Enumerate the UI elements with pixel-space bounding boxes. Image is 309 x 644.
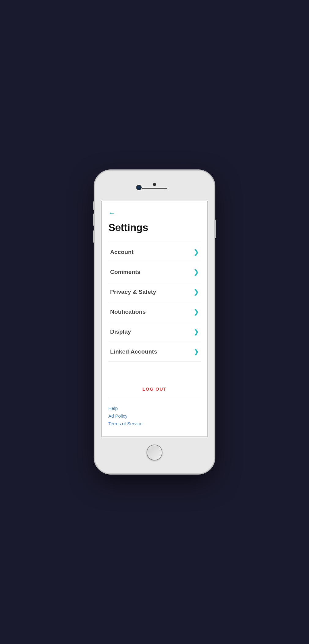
menu-item-display[interactable]: Display❯ bbox=[108, 322, 201, 342]
chevron-icon-account: ❯ bbox=[194, 248, 199, 256]
menu-label-comments: Comments bbox=[110, 269, 140, 275]
mute-button[interactable] bbox=[93, 201, 95, 210]
chevron-icon-comments: ❯ bbox=[194, 268, 199, 276]
volume-up-button[interactable] bbox=[93, 214, 95, 226]
chevron-icon-display: ❯ bbox=[194, 328, 199, 335]
logout-button[interactable]: LOG OUT bbox=[143, 386, 167, 392]
phone-inner: ← Settings Account❯Comments❯Privacy & Sa… bbox=[100, 176, 209, 468]
front-camera bbox=[136, 185, 142, 190]
chevron-icon-linked-accounts: ❯ bbox=[194, 348, 199, 355]
home-button[interactable] bbox=[147, 445, 162, 460]
top-bezel bbox=[100, 176, 209, 201]
menu-item-privacy-safety[interactable]: Privacy & Safety❯ bbox=[108, 282, 201, 302]
camera-dot bbox=[153, 183, 156, 186]
footer-link-help[interactable]: Help bbox=[108, 406, 201, 411]
volume-down-button[interactable] bbox=[93, 230, 95, 243]
spacer bbox=[108, 362, 201, 380]
power-button[interactable] bbox=[214, 220, 216, 238]
screen-content: ← Settings Account❯Comments❯Privacy & Sa… bbox=[102, 201, 207, 437]
back-button[interactable]: ← bbox=[108, 209, 116, 217]
footer-links: HelpAd PolicyTerms of Service bbox=[108, 404, 201, 430]
menu-label-privacy-safety: Privacy & Safety bbox=[110, 289, 156, 295]
chevron-icon-notifications: ❯ bbox=[194, 308, 199, 316]
menu-item-comments[interactable]: Comments❯ bbox=[108, 262, 201, 282]
menu-label-display: Display bbox=[110, 328, 131, 335]
menu-label-account: Account bbox=[110, 249, 134, 256]
phone-device: ← Settings Account❯Comments❯Privacy & Sa… bbox=[95, 171, 214, 473]
menu-label-notifications: Notifications bbox=[110, 309, 146, 315]
chevron-icon-privacy-safety: ❯ bbox=[194, 288, 199, 296]
settings-menu: Account❯Comments❯Privacy & Safety❯Notifi… bbox=[108, 242, 201, 362]
speaker-bar bbox=[142, 188, 167, 189]
menu-item-linked-accounts[interactable]: Linked Accounts❯ bbox=[108, 342, 201, 362]
page-title: Settings bbox=[108, 222, 201, 233]
footer-link-ad-policy[interactable]: Ad Policy bbox=[108, 413, 201, 419]
phone-screen: ← Settings Account❯Comments❯Privacy & Sa… bbox=[102, 201, 207, 437]
bottom-bezel bbox=[100, 437, 209, 468]
menu-label-linked-accounts: Linked Accounts bbox=[110, 348, 157, 355]
menu-item-account[interactable]: Account❯ bbox=[108, 242, 201, 262]
logout-section: LOG OUT bbox=[108, 380, 201, 398]
menu-item-notifications[interactable]: Notifications❯ bbox=[108, 302, 201, 322]
footer-link-terms[interactable]: Terms of Service bbox=[108, 421, 201, 426]
